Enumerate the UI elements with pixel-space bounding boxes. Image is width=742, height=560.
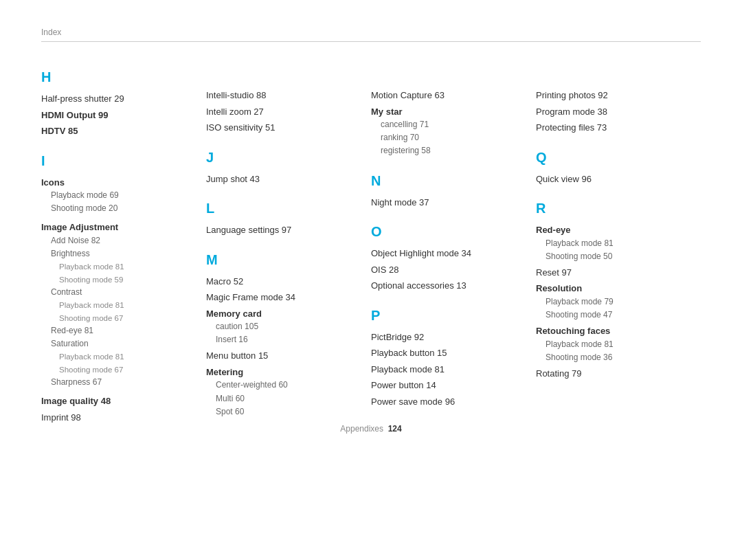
saturation-shooting: Shooting mode 67 (59, 363, 192, 376)
entry-protecting-files: Protecting files 73 (536, 121, 687, 135)
entry-motion-capture: Motion Capture 63 (371, 89, 522, 102)
section-I: I (41, 153, 192, 169)
entry-pictbridge: PictBridge 92 (371, 331, 522, 344)
entry-retouching-faces: Retouching faces Playback mode 81 Shooti… (536, 324, 687, 364)
column-2: Intelli-studio 88 Intelli zoom 27 ISO se… (206, 63, 371, 427)
footer-page: 124 (388, 424, 402, 434)
my-star-registering: registering 58 (381, 144, 522, 157)
section-O: O (371, 224, 522, 240)
my-star-cancelling: cancelling 71 (381, 118, 522, 131)
entry-quick-view: Quick view 96 (536, 172, 687, 186)
red-eye-label: Red-eye (536, 223, 687, 237)
image-adjustment-sub: Add Noise 82 Brightness Playback mode 81… (41, 234, 192, 389)
entry-hdmi: HDMI Output 99 (41, 109, 192, 122)
section-Q: Q (536, 150, 687, 166)
brightness-label: Brightness (51, 247, 192, 260)
red-eye-playback: Playback mode 81 (546, 237, 687, 250)
brightness-sub: Playback mode 81 Shooting mode 59 (51, 260, 192, 286)
saturation-sub: Playback mode 81 Shooting mode 67 (51, 350, 192, 376)
entry-half-press: Half-press shutter 29 (41, 92, 192, 106)
red-eye-shooting: Shooting mode 50 (546, 250, 687, 263)
header-label: Index (41, 27, 701, 37)
column-3: Motion Capture 63 My star cancelling 71 … (371, 63, 536, 427)
column-4: Printing photos 92 Program mode 38 Prote… (536, 63, 701, 427)
icons-playback: Playback mode 69 (51, 189, 192, 202)
entry-hdtv: HDTV 85 (41, 124, 192, 138)
entry-rotating: Rotating 79 (536, 367, 687, 381)
metering-spot: Spot 60 (216, 405, 357, 418)
entry-reset: Reset 97 (536, 266, 687, 280)
entry-macro: Macro 52 (206, 275, 357, 289)
column-1: H Half-press shutter 29 HDMI Output 99 H… (41, 63, 206, 427)
image-adjustment-label: Image Adjustment (41, 221, 192, 234)
metering-sub: Center-weighted 60 Multi 60 Spot 60 (206, 379, 357, 418)
resolution-playback: Playback mode 79 (546, 295, 687, 309)
entry-object-highlight: Object Highlight mode 34 (371, 247, 522, 260)
entry-magic-frame: Magic Frame mode 34 (206, 291, 357, 304)
entry-printing-photos: Printing photos 92 (536, 89, 687, 102)
my-star-label: My star (371, 105, 522, 119)
page: Index H Half-press shutter 29 HDMI Outpu… (0, 0, 742, 447)
section-R: R (536, 201, 687, 216)
icons-sub: Playback mode 69 Shooting mode 20 (41, 189, 192, 215)
add-noise: Add Noise 82 (51, 234, 192, 247)
icons-label: Icons (41, 176, 192, 190)
entry-iso: ISO sensitivity 51 (206, 121, 357, 135)
entry-resolution: Resolution Playback mode 79 Shooting mod… (536, 282, 687, 322)
memory-card-label: Memory card (206, 307, 357, 321)
entry-optional-accessories: Optional accessories 13 (371, 279, 522, 293)
my-star-ranking: ranking 70 (381, 131, 522, 144)
footer-prefix: Appendixes (340, 424, 383, 434)
contrast-shooting: Shooting mode 67 (59, 312, 192, 324)
retouching-faces-sub: Playback mode 81 Shooting mode 36 (536, 338, 687, 364)
brightness-playback: Playback mode 81 (59, 260, 192, 273)
entry-program-mode: Program mode 38 (536, 105, 687, 119)
resolution-shooting: Shooting mode 47 (546, 309, 687, 322)
entry-intelli-studio: Intelli-studio 88 (206, 89, 357, 102)
section-M: M (206, 252, 357, 268)
retouching-playback: Playback mode 81 (546, 338, 687, 351)
entry-image-quality: Image quality 48 (41, 394, 192, 408)
entry-menu-button: Menu button 15 (206, 349, 357, 363)
metering-multi: Multi 60 (216, 392, 357, 405)
metering-label: Metering (206, 366, 357, 379)
resolution-sub: Playback mode 79 Shooting mode 47 (536, 295, 687, 322)
section-N: N (371, 173, 522, 189)
index-columns: H Half-press shutter 29 HDMI Output 99 H… (41, 63, 701, 427)
brightness-shooting: Shooting mode 59 (59, 273, 192, 286)
metering-center: Center-weighted 60 (216, 379, 357, 392)
entry-memory-card: Memory card caution 105 Insert 16 (206, 307, 357, 347)
resolution-label: Resolution (536, 282, 687, 295)
memory-insert: Insert 16 (216, 333, 357, 346)
retouching-shooting: Shooting mode 36 (546, 351, 687, 364)
entry-icons: Icons Playback mode 69 Shooting mode 20 (41, 176, 192, 216)
red-eye-adj: Red-eye 81 (51, 324, 192, 337)
entry-ois: OIS 28 (371, 263, 522, 277)
entry-playback-mode: Playback mode 81 (371, 363, 522, 377)
entry-power-button: Power button 14 (371, 379, 522, 392)
memory-card-sub: caution 105 Insert 16 (206, 320, 357, 346)
entry-image-adjustment: Image Adjustment Add Noise 82 Brightness… (41, 221, 192, 389)
red-eye-sub: Playback mode 81 Shooting mode 50 (536, 237, 687, 263)
entry-intelli-zoom: Intelli zoom 27 (206, 105, 357, 119)
entry-red-eye: Red-eye Playback mode 81 Shooting mode 5… (536, 223, 687, 263)
contrast-playback: Playback mode 81 (59, 299, 192, 311)
contrast-sub: Playback mode 81 Shooting mode 67 (51, 299, 192, 324)
entry-power-save: Power save mode 96 (371, 395, 522, 409)
entry-metering: Metering Center-weighted 60 Multi 60 Spo… (206, 366, 357, 418)
entry-playback-button: Playback button 15 (371, 346, 522, 360)
entry-jump-shot: Jump shot 43 (206, 172, 357, 186)
entry-night-mode: Night mode 37 (371, 196, 522, 210)
saturation-label: Saturation (51, 337, 192, 350)
footer: Appendixes 124 (0, 424, 742, 434)
sharpness: Sharpness 67 (51, 376, 192, 389)
contrast-label: Contrast (51, 286, 192, 299)
top-divider (41, 41, 701, 42)
section-H: H (41, 69, 192, 85)
section-P: P (371, 308, 522, 324)
entry-imprint: Imprint 98 (41, 411, 192, 425)
section-L: L (206, 201, 357, 216)
section-J: J (206, 150, 357, 166)
saturation-playback: Playback mode 81 (59, 350, 192, 363)
entry-my-star: My star cancelling 71 ranking 70 registe… (371, 105, 522, 158)
